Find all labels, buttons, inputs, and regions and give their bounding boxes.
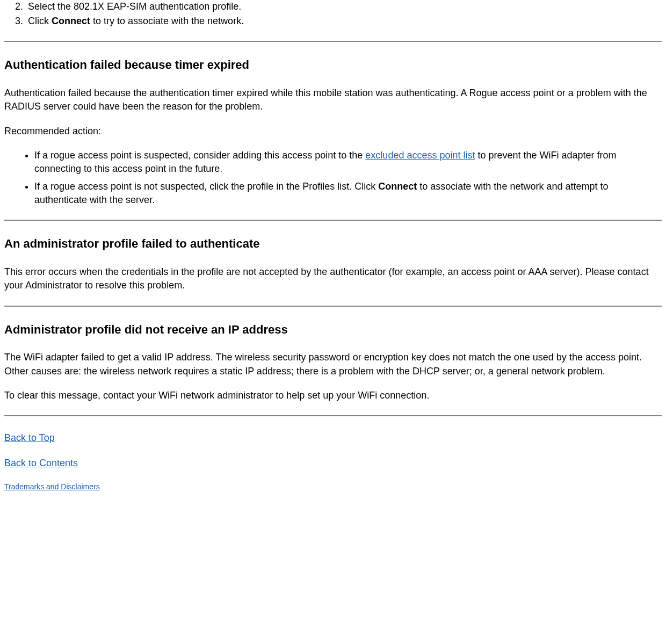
divider xyxy=(4,41,662,42)
bullet-list: If a rogue access point is suspected, co… xyxy=(4,149,662,207)
trademarks-link[interactable]: Trademarks and Disclaimers xyxy=(4,482,100,491)
paragraph: Recommended action: xyxy=(4,125,662,138)
numbered-steps: Select the 802.1X EAP-SIM authentication… xyxy=(4,0,662,28)
back-to-top-link[interactable]: Back to Top xyxy=(4,432,55,443)
bullet-prefix: If a rogue access point is suspected, co… xyxy=(34,150,365,161)
paragraph: To clear this message, contact your WiFi… xyxy=(4,389,662,402)
list-item: Click Connect to try to associate with t… xyxy=(26,15,662,28)
bullet-prefix: If a rogue access point is not suspected… xyxy=(34,181,378,192)
nav-back-to-top: Back to Top xyxy=(4,431,662,445)
bullet-bold: Connect xyxy=(378,181,417,192)
excluded-access-point-link[interactable]: excluded access point list xyxy=(365,150,475,161)
section-heading: Authentication failed because timer expi… xyxy=(4,57,662,74)
paragraph: This error occurs when the credentials i… xyxy=(4,265,662,292)
step-text: Select the 802.1X EAP-SIM authentication… xyxy=(28,1,241,12)
divider xyxy=(4,220,662,221)
divider xyxy=(4,306,662,307)
paragraph: The WiFi adapter failed to get a valid I… xyxy=(4,351,662,378)
section-heading: An administrator profile failed to authe… xyxy=(4,236,662,252)
step-prefix: Click xyxy=(28,16,52,26)
step-bold: Connect xyxy=(52,16,90,26)
section-heading: Administrator profile did not receive an… xyxy=(4,322,662,338)
nav-back-to-contents: Back to Contents xyxy=(4,457,662,470)
nav-trademarks: Trademarks and Disclaimers xyxy=(4,482,662,493)
divider xyxy=(4,415,662,416)
back-to-contents-link[interactable]: Back to Contents xyxy=(4,458,78,468)
list-item: If a rogue access point is suspected, co… xyxy=(34,149,662,176)
list-item: If a rogue access point is not suspected… xyxy=(34,180,662,207)
list-item: Select the 802.1X EAP-SIM authentication… xyxy=(26,0,662,13)
step-suffix: to try to associate with the network. xyxy=(90,16,244,26)
paragraph: Authentication failed because the authen… xyxy=(4,86,662,113)
